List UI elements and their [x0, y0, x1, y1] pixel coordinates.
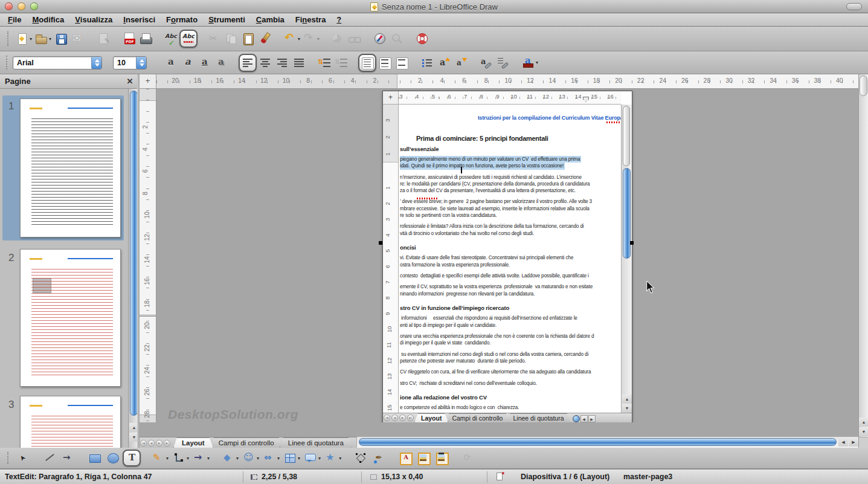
toolbar-toggle-button[interactable] — [846, 3, 862, 10]
doc-text-line[interactable]: Prima di cominciare: 5 principi fondamen… — [416, 134, 621, 143]
line-spacing-1-button[interactable]: ▾ — [358, 54, 376, 72]
layer-tab[interactable]: Linee di quotatura — [506, 413, 570, 422]
gallery-button[interactable]: ▾ — [433, 450, 450, 466]
dropdown-arrow-icon[interactable]: ▾ — [318, 456, 321, 461]
menu-item[interactable]: Inserisci — [118, 13, 161, 27]
scroll-down-icon[interactable]: ▼ — [622, 404, 632, 413]
page-thumbnail[interactable] — [20, 98, 121, 237]
line-button[interactable]: ▾ — [42, 450, 59, 466]
dropdown-arrow-icon[interactable]: ▾ — [49, 36, 51, 42]
pages-panel-close-icon[interactable]: ✕ — [125, 77, 135, 86]
doc-text-line[interactable]: ’ deve essere breve; in genere 2 pagine … — [400, 198, 621, 205]
font-color-button[interactable]: ▾ — [520, 54, 539, 72]
glue-points-button[interactable]: ▾ — [370, 450, 387, 466]
shrink-font-button[interactable]: ▾ — [452, 54, 469, 72]
doc-text-line-selected[interactable]: piegano generalmente meno di un minuto p… — [400, 156, 581, 163]
next-page-icon[interactable]: ▶ — [399, 415, 406, 421]
first-page-icon[interactable]: |◀ — [140, 440, 147, 447]
text-button[interactable]: ▾ — [123, 450, 141, 466]
doc-text-line[interactable]: di impiego per il quale vi state candida… — [400, 340, 621, 346]
menu-item[interactable]: Visualizza — [69, 13, 118, 27]
horizontal-ruler[interactable]: 2018161412108642246810121416182022242628… — [156, 74, 858, 89]
doc-text-line[interactable]: za o il format del CV da presentare, l’e… — [400, 187, 621, 194]
navigator-button[interactable]: ▾ — [371, 30, 388, 48]
page-thumbnail-row[interactable]: 1 — [2, 95, 124, 240]
scrollbar-thumb[interactable] — [573, 415, 580, 422]
doc-text-line[interactable]: vi. Evitate di usare delle frasi stereot… — [400, 254, 621, 261]
dropdown-arrow-icon[interactable]: ▾ — [187, 456, 189, 461]
dropdown-arrow-icon[interactable]: ▾ — [317, 36, 320, 42]
select-button[interactable]: ▾ — [15, 450, 32, 466]
dropdown-arrow-icon[interactable]: ▾ — [298, 456, 300, 461]
connector-button[interactable]: ▾ — [171, 450, 190, 466]
embedded-mini-scrollbar[interactable]: ◀ ▶ — [573, 415, 596, 422]
page-thumbnail-row[interactable]: 3 — [2, 394, 124, 448]
scrollbar-segment[interactable] — [623, 106, 630, 166]
main-vertical-scrollbar[interactable]: ▲ ▼ — [858, 74, 868, 448]
basic-shapes-button[interactable]: ▾ — [220, 450, 240, 466]
drawing-canvas[interactable]: DesktopSolution.org + 345678910111213141… — [156, 89, 858, 422]
doc-text-line[interactable]: ostra formazione la vostra esperienza pr… — [400, 262, 621, 268]
doc-text-line[interactable]: re: le modalità per candidarsi (CV, pres… — [400, 181, 621, 187]
scrollbar-thumb[interactable] — [359, 438, 837, 446]
menu-item[interactable]: Finestra — [290, 13, 332, 27]
underline-button[interactable]: ▾ — [196, 54, 213, 72]
print-button[interactable]: ▾ — [137, 30, 154, 48]
ellipse-button[interactable]: ▾ — [104, 450, 121, 466]
scroll-right-icon[interactable]: ▶ — [849, 437, 858, 447]
menu-item[interactable]: Strumenti — [203, 13, 251, 27]
selection-handle[interactable] — [630, 241, 634, 245]
doc-text-line[interactable]: e competenze ed abilità in modo logico e… — [400, 404, 621, 411]
layer-tab[interactable]: Layout — [414, 413, 448, 422]
block-arrows-button[interactable]: ▾ — [262, 450, 281, 466]
first-page-icon[interactable]: |◀ — [384, 415, 390, 421]
embedded-vertical-scrollbar[interactable]: ▲ ▼ — [621, 105, 632, 413]
indent-marker[interactable] — [583, 97, 589, 102]
edit-points-button[interactable]: ▾ — [352, 450, 369, 466]
doc-text-line[interactable]: emente il CV, soprattutto se la vostra e… — [400, 283, 621, 290]
doc-text-line[interactable]: contesto dettagliati e specifici esempi … — [400, 273, 621, 279]
scroll-left-icon[interactable]: ◀ — [838, 437, 848, 447]
arrow-button[interactable]: ▾ — [60, 450, 77, 466]
dropdown-arrow-icon[interactable]: ▾ — [339, 456, 341, 461]
symbol-shapes-button[interactable]: ▾ — [241, 450, 260, 466]
text-shadow-button[interactable]: ▾ — [213, 54, 230, 72]
line-spacing-15-button[interactable]: ▾ — [376, 54, 393, 72]
auto-spellcheck-button[interactable]: ▾ — [179, 30, 198, 48]
main-horizontal-scrollbar[interactable]: ◀ ▶ — [356, 437, 858, 448]
help-button[interactable]: ▾ — [414, 30, 431, 48]
layer-tab[interactable]: Layout — [173, 437, 213, 448]
paragraph-dialog-button[interactable]: ▾ — [495, 54, 512, 72]
doc-text-line[interactable]: rofessionale è limitata? Allora inizia c… — [400, 223, 621, 230]
embedded-text-editor[interactable]: + 34567891011121314151617 32112345678910… — [382, 91, 632, 422]
menu-item[interactable]: Formato — [161, 13, 203, 27]
scroll-up-icon[interactable]: ▲ — [622, 395, 632, 404]
character-dialog-button[interactable]: ▾ — [478, 54, 495, 72]
minimize-window-button[interactable] — [18, 2, 25, 10]
previous-page-icon[interactable]: ◀ — [148, 440, 155, 447]
font-size-value[interactable]: 10 — [114, 59, 136, 67]
doc-text-line[interactable]: vità di tirocinio o volontariato che hai… — [400, 230, 621, 237]
scroll-left-icon[interactable]: ◀ — [580, 415, 588, 422]
layer-tab[interactable]: Campi di controllo — [445, 413, 509, 422]
stars-button[interactable]: ▾ — [323, 450, 342, 466]
dropdown-arrow-icon[interactable]: ▾ — [536, 60, 538, 65]
dropdown-arrow-icon[interactable]: ▾ — [298, 36, 300, 42]
doc-text-line[interactable]: stro CV; rischiate di screditarvi nel co… — [400, 380, 621, 387]
doc-text-line-selected[interactable]: idati. Quindi se il primo impatto non fu… — [400, 163, 565, 169]
doc-text-line[interactable]: re solo se pertinenti con la vostra cand… — [400, 212, 621, 219]
doc-text-line[interactable]: ione alla redazione del vostro CV — [400, 394, 621, 401]
italic-button[interactable]: ▾ — [179, 54, 196, 72]
export-pdf-button[interactable]: ▾ — [120, 30, 137, 48]
rectangle-button[interactable]: ▾ — [86, 450, 103, 466]
align-justify-button[interactable]: ▾ — [291, 54, 307, 72]
doc-text-line[interactable]: su eventuali interruzioni nel corso degl… — [400, 351, 621, 358]
align-right-button[interactable]: ▾ — [274, 54, 291, 72]
callouts-button[interactable]: ▾ — [303, 450, 322, 466]
menu-item[interactable]: Modifica — [27, 13, 69, 27]
font-name-value[interactable]: Arial — [13, 59, 91, 67]
from-file-button[interactable]: ▾ — [415, 450, 432, 466]
doc-text-line[interactable]: enti al tipo di impiego per il quale vi … — [400, 322, 621, 329]
scroll-down-icon[interactable]: ▼ — [859, 427, 868, 436]
page-thumbnail[interactable] — [20, 396, 121, 448]
